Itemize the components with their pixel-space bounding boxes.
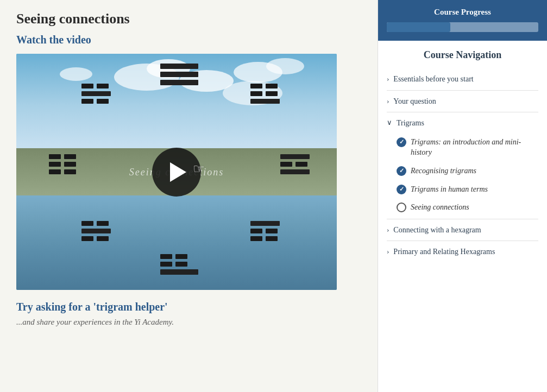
chevron-right-icon-2: › [387, 97, 389, 105]
cursor: ☞ [193, 161, 205, 176]
check-icon: ✓ [399, 138, 404, 146]
chevron-right-icon-4: › [387, 247, 389, 256]
submenu-seeing-connections-label: Seeing connections [411, 202, 538, 213]
trigram-left-center [49, 154, 78, 174]
nav-section: Course Navigation › Essentials before yo… [378, 41, 547, 270]
submenu-human-terms[interactable]: ✓ Trigrams in human terms [392, 180, 538, 199]
nav-item-connecting[interactable]: › Connecting with a hexagram [387, 220, 538, 240]
chevron-right-icon-3: › [387, 225, 389, 234]
submenu-human-terms-label: Trigrams in human terms [411, 184, 538, 195]
progress-bar-background [387, 22, 538, 32]
main-content: Seeing connections Watch the video [0, 0, 378, 392]
play-icon [170, 162, 186, 182]
check-icon-2: ✓ [399, 167, 404, 174]
helper-heading: Try asking for a 'trigram helper' [16, 301, 361, 313]
nav-primary-label: Primary and Relating Hexagrams [393, 246, 538, 257]
trigram-bottom-center [160, 254, 198, 275]
trigram-right-center [280, 154, 310, 174]
submenu-trigrams-intro[interactable]: ✓ Trigrams: an introduction and mini-his… [392, 133, 538, 162]
progress-bar-fill [387, 22, 450, 32]
nav-divider-2 [387, 112, 538, 112]
submenu-seeing-connections[interactable]: Seeing connections [392, 198, 538, 217]
watch-heading: Watch the video [16, 34, 361, 46]
nav-your-question-label: Your question [393, 96, 538, 107]
trigram-bottom-left [81, 221, 111, 241]
trigram-top-left [81, 84, 111, 104]
page-title: Seeing connections [16, 11, 361, 27]
nav-item-your-question[interactable]: › Your question [387, 92, 538, 111]
trigram-top-right [250, 84, 280, 104]
nav-essentials-label: Essentials before you start [393, 74, 538, 85]
nav-item-essentials[interactable]: › Essentials before you start [387, 69, 538, 89]
empty-circle-icon [397, 203, 406, 212]
chevron-down-icon: ∨ [387, 118, 392, 127]
submenu-trigrams-intro-label: Trigrams: an introduction and mini-histo… [411, 137, 538, 158]
video-player[interactable]: Seeing connections ☞ [16, 54, 337, 290]
check-circle-icon: ✓ [397, 137, 406, 147]
progress-label: Course Progress [387, 8, 538, 17]
page-layout: Seeing connections Watch the video [0, 0, 547, 392]
trigrams-submenu: ✓ Trigrams: an introduction and mini-his… [387, 133, 538, 217]
check-icon-3: ✓ [399, 186, 404, 193]
check-circle-icon-3: ✓ [397, 185, 406, 194]
nav-connecting-label: Connecting with a hexagram [393, 225, 538, 236]
submenu-recognising-label: Recognising trigrams [411, 166, 538, 176]
helper-text: ...and share your experiences in the Yi … [16, 318, 361, 327]
nav-divider-4 [387, 241, 538, 241]
progress-section: Course Progress [378, 0, 547, 41]
nav-item-trigrams[interactable]: ∨ Trigrams [387, 113, 538, 133]
trigram-bottom-right [250, 221, 280, 241]
nav-divider-1 [387, 90, 538, 91]
nav-divider-3 [387, 219, 538, 219]
check-circle-icon-2: ✓ [397, 166, 406, 176]
submenu-recognising[interactable]: ✓ Recognising trigrams [392, 162, 538, 180]
nav-item-primary[interactable]: › Primary and Relating Hexagrams [387, 242, 538, 262]
nav-title: Course Navigation [387, 49, 538, 61]
nav-trigrams-label: Trigrams [397, 118, 538, 129]
sidebar: Course Progress Course Navigation › Esse… [378, 0, 547, 392]
trigram-top-center [160, 64, 198, 85]
chevron-right-icon: › [387, 74, 389, 83]
